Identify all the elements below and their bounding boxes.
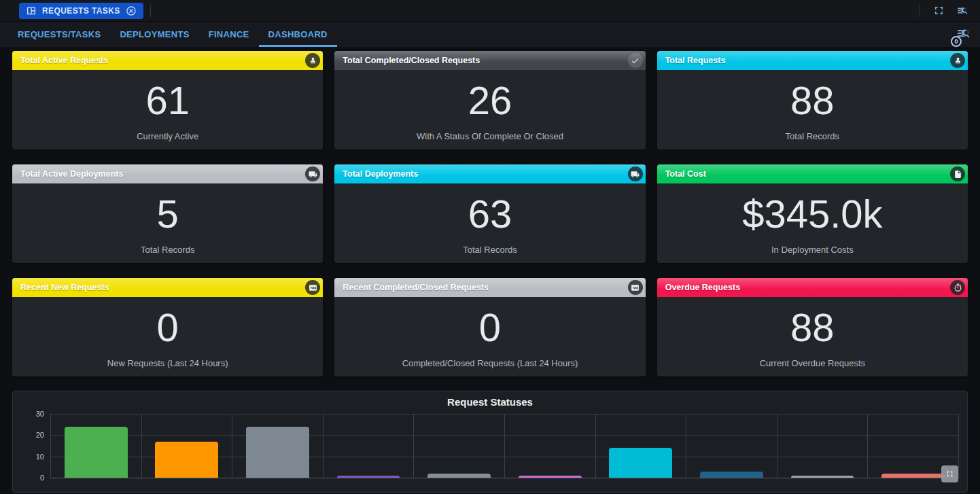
truck-icon[interactable] xyxy=(628,166,643,181)
card-title: Recent Completed/Closed Requests xyxy=(343,283,489,292)
card-subtitle: Completed/Closed Requests (Last 24 Hours… xyxy=(402,358,578,368)
kpi-card-total-active-requests: Total Active Requests 61 Currently Activ… xyxy=(12,51,323,149)
filter-search-icon[interactable]: 0 xyxy=(956,25,973,43)
card-body: 5 Total Records xyxy=(12,183,323,263)
chart-bar[interactable] xyxy=(609,448,672,478)
card-value: 88 xyxy=(790,70,835,131)
kpi-cards-grid: Total Active Requests 61 Currently Activ… xyxy=(12,51,968,376)
chart-bar[interactable] xyxy=(337,476,400,478)
card-subtitle: Total Records xyxy=(463,245,517,255)
card-body: 26 With A Status Of Complete Or Closed xyxy=(334,70,645,149)
chart-bar[interactable] xyxy=(427,474,491,478)
card-subtitle: Currently Active xyxy=(137,131,198,141)
chart-category-slot xyxy=(777,414,869,478)
card-value: 61 xyxy=(145,70,190,131)
window-tab-label: REQUESTS TASKS xyxy=(42,6,120,16)
chart-bar[interactable] xyxy=(791,476,854,478)
y-axis-tick-label: 0 xyxy=(40,474,44,482)
layout-icon xyxy=(26,5,37,16)
card-header: Total Cost xyxy=(657,164,968,183)
filter-search-icon[interactable] xyxy=(956,4,969,17)
kpi-card-recent-new-requests: Recent New Requests 0 New Requests (Last… xyxy=(12,278,323,376)
card-subtitle: New Requests (Last 24 Hours) xyxy=(107,358,228,368)
card-subtitle: Total Records xyxy=(786,131,839,141)
request-statuses-chart: Request Statuses 0102030 xyxy=(12,391,968,493)
topbar-divider-right xyxy=(920,5,920,17)
chart-category-slot xyxy=(596,414,687,478)
tab-finance[interactable]: FINANCE xyxy=(199,22,259,47)
chart-plot-slots xyxy=(50,414,959,478)
new-badge-icon[interactable] xyxy=(628,280,643,295)
card-body: 88 Total Records xyxy=(657,70,968,149)
receipt-icon[interactable] xyxy=(950,166,965,181)
card-title: Overdue Requests xyxy=(665,283,740,292)
card-value: 0 xyxy=(157,297,179,358)
chart-plot-area: 0102030 xyxy=(50,414,959,478)
card-header: Total Active Requests xyxy=(12,51,323,70)
kpi-card-recent-completed-closed-requests: Recent Completed/Closed Requests 0 Compl… xyxy=(334,278,645,376)
kpi-card-total-active-deployments: Total Active Deployments 5 Total Records xyxy=(12,164,323,263)
fullscreen-icon xyxy=(945,470,954,478)
kpi-card-total-requests: Total Requests 88 Total Records xyxy=(657,51,968,149)
close-circle-icon[interactable] xyxy=(126,5,137,16)
card-subtitle: Current Overdue Requests xyxy=(760,358,865,368)
y-axis-tick-label: 20 xyxy=(36,431,44,439)
chart-category-slot xyxy=(232,414,323,478)
tab-requests-tasks[interactable]: REQUESTS/TASKS xyxy=(8,22,110,47)
card-title: Total Active Deployments xyxy=(20,169,123,179)
kpi-card-overdue-requests: Overdue Requests 88 Current Overdue Requ… xyxy=(657,278,968,376)
card-value: 26 xyxy=(468,70,512,131)
card-value: 0 xyxy=(479,297,501,358)
card-body: 88 Current Overdue Requests xyxy=(657,297,968,376)
nav-bar: REQUESTS/TASKS DEPLOYMENTS FINANCE DASHB… xyxy=(0,22,980,47)
chart-bar[interactable] xyxy=(155,442,218,478)
new-badge-icon[interactable] xyxy=(305,280,320,295)
card-body: 0 New Requests (Last 24 Hours) xyxy=(12,297,323,376)
chart-category-slot xyxy=(686,414,777,478)
chart-category-slot xyxy=(51,414,142,478)
kpi-card-total-deployments: Total Deployments 63 Total Records xyxy=(334,164,645,263)
fullscreen-icon[interactable] xyxy=(932,4,945,17)
topbar-divider xyxy=(150,5,151,17)
chart-bar[interactable] xyxy=(519,476,582,478)
card-value: 88 xyxy=(790,297,835,358)
kpi-card-total-completed-closed-requests: Total Completed/Closed Requests 26 With … xyxy=(334,51,645,149)
window-top-bar: REQUESTS TASKS xyxy=(0,0,980,22)
card-subtitle: With A Status Of Complete Or Closed xyxy=(417,131,563,141)
card-title: Total Requests xyxy=(665,56,726,65)
card-title: Total Deployments xyxy=(343,169,418,179)
dashboard-content: Total Active Requests 61 Currently Activ… xyxy=(0,47,980,376)
timer-icon[interactable] xyxy=(950,280,965,295)
card-body: $345.0k In Deployment Costs xyxy=(657,183,968,263)
card-body: 61 Currently Active xyxy=(12,70,323,149)
card-title: Total Active Requests xyxy=(20,56,108,65)
card-header: Total Deployments xyxy=(334,164,645,183)
card-body: 0 Completed/Closed Requests (Last 24 Hou… xyxy=(334,297,645,376)
search-count-badge: 0 xyxy=(951,36,962,47)
chart-bar[interactable] xyxy=(881,474,945,478)
card-header: Total Active Deployments xyxy=(12,164,323,183)
stamp-icon[interactable] xyxy=(305,53,320,68)
tab-deployments[interactable]: DEPLOYMENTS xyxy=(110,22,198,47)
nav-tabs: REQUESTS/TASKS DEPLOYMENTS FINANCE DASHB… xyxy=(8,22,337,47)
chart-bar[interactable] xyxy=(246,427,309,478)
chart-bar[interactable] xyxy=(65,427,128,478)
card-header: Overdue Requests xyxy=(657,278,968,297)
card-title: Total Completed/Closed Requests xyxy=(343,56,480,65)
chart-title: Request Statuses xyxy=(13,396,967,408)
stamp-icon[interactable] xyxy=(950,53,965,68)
truck-icon[interactable] xyxy=(305,166,320,181)
card-value: $345.0k xyxy=(742,183,882,245)
kpi-card-total-cost: Total Cost $345.0k In Deployment Costs xyxy=(657,164,968,263)
check-icon[interactable] xyxy=(628,53,643,68)
y-axis-tick-label: 10 xyxy=(36,453,44,461)
chart-category-slot xyxy=(142,414,233,478)
chart-bar[interactable] xyxy=(700,472,763,478)
chart-category-slot xyxy=(414,414,505,478)
tab-dashboard[interactable]: DASHBOARD xyxy=(259,22,337,47)
card-subtitle: Total Records xyxy=(141,245,194,255)
chart-fullscreen-button[interactable] xyxy=(941,465,958,482)
card-subtitle: In Deployment Costs xyxy=(771,245,854,255)
window-tab-requests-tasks[interactable]: REQUESTS TASKS xyxy=(19,3,143,19)
chart-category-slot xyxy=(323,414,415,478)
